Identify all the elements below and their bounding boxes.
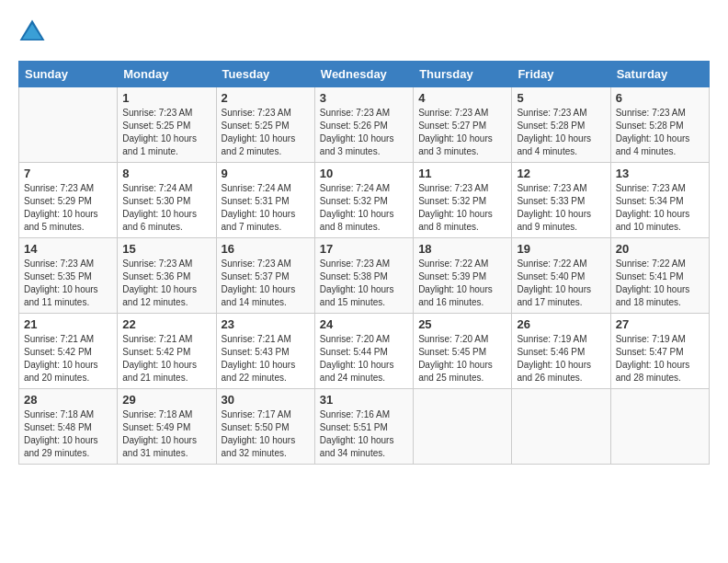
calendar-cell: 27Sunrise: 7:19 AM Sunset: 5:47 PM Dayli… — [610, 314, 709, 389]
day-number: 29 — [122, 393, 210, 407]
calendar-cell: 8Sunrise: 7:24 AM Sunset: 5:30 PM Daylig… — [118, 163, 216, 238]
calendar-cell: 21Sunrise: 7:21 AM Sunset: 5:42 PM Dayli… — [19, 314, 118, 389]
day-header-saturday: Saturday — [610, 62, 709, 87]
day-info: Sunrise: 7:24 AM Sunset: 5:30 PM Dayligh… — [122, 182, 210, 234]
calendar-cell: 16Sunrise: 7:23 AM Sunset: 5:37 PM Dayli… — [216, 238, 314, 314]
day-number: 11 — [418, 167, 506, 180]
day-info: Sunrise: 7:19 AM Sunset: 5:46 PM Dayligh… — [517, 333, 605, 385]
day-header-tuesday: Tuesday — [216, 62, 314, 87]
day-number: 8 — [122, 167, 210, 180]
day-header-thursday: Thursday — [414, 62, 512, 87]
day-info: Sunrise: 7:23 AM Sunset: 5:33 PM Dayligh… — [517, 182, 605, 234]
calendar-cell: 30Sunrise: 7:17 AM Sunset: 5:50 PM Dayli… — [216, 389, 314, 465]
day-number: 22 — [122, 317, 210, 331]
calendar-cell: 25Sunrise: 7:20 AM Sunset: 5:45 PM Dayli… — [414, 314, 512, 389]
day-number: 13 — [616, 167, 704, 180]
day-header-sunday: Sunday — [19, 62, 118, 87]
day-number: 30 — [222, 393, 310, 407]
calendar-cell: 15Sunrise: 7:23 AM Sunset: 5:36 PM Dayli… — [118, 238, 216, 314]
calendar-cell: 23Sunrise: 7:21 AM Sunset: 5:43 PM Dayli… — [216, 314, 314, 389]
page-header — [18, 18, 710, 46]
day-info: Sunrise: 7:23 AM Sunset: 5:35 PM Dayligh… — [24, 258, 112, 309]
day-number: 27 — [616, 317, 704, 331]
day-info: Sunrise: 7:23 AM Sunset: 5:25 PM Dayligh… — [122, 107, 210, 158]
calendar-cell: 20Sunrise: 7:22 AM Sunset: 5:41 PM Dayli… — [610, 238, 709, 314]
day-header-wednesday: Wednesday — [314, 62, 413, 87]
logo — [18, 18, 50, 46]
day-info: Sunrise: 7:23 AM Sunset: 5:26 PM Dayligh… — [320, 107, 408, 158]
day-info: Sunrise: 7:19 AM Sunset: 5:47 PM Dayligh… — [616, 333, 704, 385]
calendar-cell: 13Sunrise: 7:23 AM Sunset: 5:34 PM Dayli… — [610, 163, 709, 238]
day-header-friday: Friday — [512, 62, 610, 87]
day-number: 25 — [418, 317, 506, 331]
day-number: 1 — [122, 91, 210, 105]
day-info: Sunrise: 7:23 AM Sunset: 5:25 PM Dayligh… — [222, 107, 310, 158]
day-info: Sunrise: 7:21 AM Sunset: 5:42 PM Dayligh… — [122, 333, 210, 385]
calendar-cell: 10Sunrise: 7:24 AM Sunset: 5:32 PM Dayli… — [314, 163, 413, 238]
day-info: Sunrise: 7:18 AM Sunset: 5:49 PM Dayligh… — [122, 408, 210, 460]
calendar-cell: 31Sunrise: 7:16 AM Sunset: 5:51 PM Dayli… — [314, 389, 413, 465]
day-number: 23 — [222, 317, 310, 331]
day-info: Sunrise: 7:23 AM Sunset: 5:38 PM Dayligh… — [320, 258, 408, 309]
calendar-cell: 24Sunrise: 7:20 AM Sunset: 5:44 PM Dayli… — [314, 314, 413, 389]
calendar-table: SundayMondayTuesdayWednesdayThursdayFrid… — [18, 61, 710, 465]
calendar-cell: 19Sunrise: 7:22 AM Sunset: 5:40 PM Dayli… — [512, 238, 610, 314]
day-info: Sunrise: 7:23 AM Sunset: 5:27 PM Dayligh… — [418, 107, 506, 158]
day-info: Sunrise: 7:20 AM Sunset: 5:45 PM Dayligh… — [418, 333, 506, 385]
calendar-cell: 22Sunrise: 7:21 AM Sunset: 5:42 PM Dayli… — [118, 314, 216, 389]
day-info: Sunrise: 7:22 AM Sunset: 5:41 PM Dayligh… — [616, 258, 704, 309]
calendar-cell: 14Sunrise: 7:23 AM Sunset: 5:35 PM Dayli… — [19, 238, 118, 314]
week-row-3: 14Sunrise: 7:23 AM Sunset: 5:35 PM Dayli… — [19, 238, 710, 314]
calendar-header-row: SundayMondayTuesdayWednesdayThursdayFrid… — [19, 62, 710, 87]
calendar-cell: 29Sunrise: 7:18 AM Sunset: 5:49 PM Dayli… — [118, 389, 216, 465]
day-info: Sunrise: 7:20 AM Sunset: 5:44 PM Dayligh… — [320, 333, 408, 385]
day-info: Sunrise: 7:22 AM Sunset: 5:40 PM Dayligh… — [517, 258, 605, 309]
day-info: Sunrise: 7:23 AM Sunset: 5:37 PM Dayligh… — [222, 258, 310, 309]
day-number: 6 — [616, 91, 704, 105]
calendar-cell: 12Sunrise: 7:23 AM Sunset: 5:33 PM Dayli… — [512, 163, 610, 238]
day-number: 5 — [517, 91, 605, 105]
calendar-cell: 28Sunrise: 7:18 AM Sunset: 5:48 PM Dayli… — [19, 389, 118, 465]
day-header-monday: Monday — [118, 62, 216, 87]
day-number: 2 — [222, 91, 310, 105]
calendar-cell: 4Sunrise: 7:23 AM Sunset: 5:27 PM Daylig… — [414, 87, 512, 163]
day-number: 16 — [222, 242, 310, 256]
day-info: Sunrise: 7:23 AM Sunset: 5:36 PM Dayligh… — [122, 258, 210, 309]
day-number: 26 — [517, 317, 605, 331]
day-info: Sunrise: 7:24 AM Sunset: 5:31 PM Dayligh… — [222, 182, 310, 234]
day-info: Sunrise: 7:21 AM Sunset: 5:43 PM Dayligh… — [222, 333, 310, 385]
calendar-cell: 9Sunrise: 7:24 AM Sunset: 5:31 PM Daylig… — [216, 163, 314, 238]
day-info: Sunrise: 7:16 AM Sunset: 5:51 PM Dayligh… — [320, 408, 408, 460]
day-info: Sunrise: 7:23 AM Sunset: 5:28 PM Dayligh… — [517, 107, 605, 158]
day-info: Sunrise: 7:21 AM Sunset: 5:42 PM Dayligh… — [24, 333, 112, 385]
calendar-cell: 7Sunrise: 7:23 AM Sunset: 5:29 PM Daylig… — [19, 163, 118, 238]
day-number: 20 — [616, 242, 704, 256]
day-number: 21 — [24, 317, 112, 331]
calendar-cell: 2Sunrise: 7:23 AM Sunset: 5:25 PM Daylig… — [216, 87, 314, 163]
day-info: Sunrise: 7:23 AM Sunset: 5:34 PM Dayligh… — [616, 182, 704, 234]
day-number: 31 — [320, 393, 408, 407]
day-number: 28 — [24, 393, 112, 407]
week-row-5: 28Sunrise: 7:18 AM Sunset: 5:48 PM Dayli… — [19, 389, 710, 465]
day-number: 4 — [418, 91, 506, 105]
calendar-cell: 1Sunrise: 7:23 AM Sunset: 5:25 PM Daylig… — [118, 87, 216, 163]
calendar-cell: 17Sunrise: 7:23 AM Sunset: 5:38 PM Dayli… — [314, 238, 413, 314]
calendar-cell: 26Sunrise: 7:19 AM Sunset: 5:46 PM Dayli… — [512, 314, 610, 389]
logo-icon — [18, 18, 46, 46]
calendar-cell: 3Sunrise: 7:23 AM Sunset: 5:26 PM Daylig… — [314, 87, 413, 163]
calendar-cell: 5Sunrise: 7:23 AM Sunset: 5:28 PM Daylig… — [512, 87, 610, 163]
day-number: 3 — [320, 91, 408, 105]
day-number: 10 — [320, 167, 408, 180]
week-row-1: 1Sunrise: 7:23 AM Sunset: 5:25 PM Daylig… — [19, 87, 710, 163]
day-number: 17 — [320, 242, 408, 256]
week-row-4: 21Sunrise: 7:21 AM Sunset: 5:42 PM Dayli… — [19, 314, 710, 389]
day-number: 9 — [222, 167, 310, 180]
day-info: Sunrise: 7:17 AM Sunset: 5:50 PM Dayligh… — [222, 408, 310, 460]
day-info: Sunrise: 7:23 AM Sunset: 5:29 PM Dayligh… — [24, 182, 112, 234]
day-info: Sunrise: 7:23 AM Sunset: 5:28 PM Dayligh… — [616, 107, 704, 158]
day-number: 7 — [24, 167, 112, 180]
calendar-cell — [414, 389, 512, 465]
day-info: Sunrise: 7:18 AM Sunset: 5:48 PM Dayligh… — [24, 408, 112, 460]
day-number: 12 — [517, 167, 605, 180]
day-info: Sunrise: 7:24 AM Sunset: 5:32 PM Dayligh… — [320, 182, 408, 234]
